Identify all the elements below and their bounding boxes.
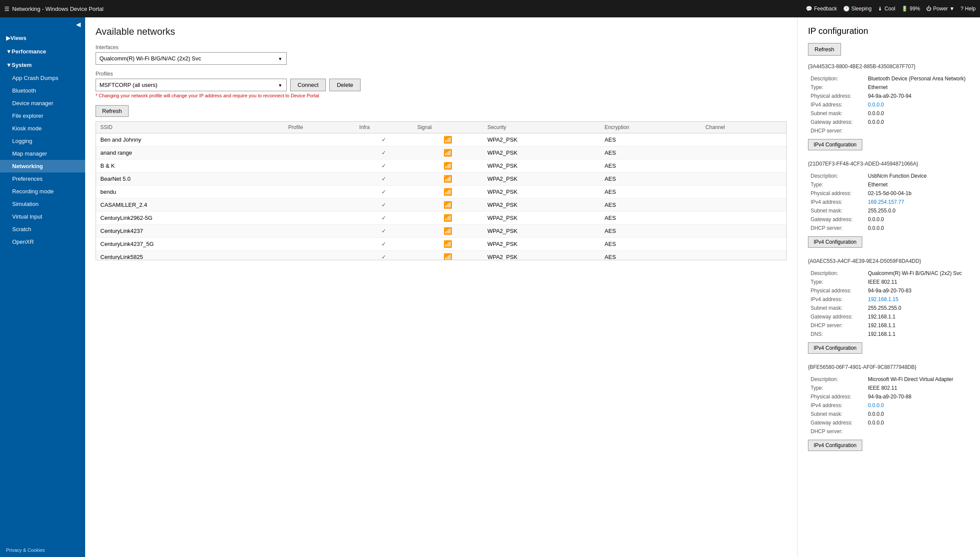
feedback-button[interactable]: 💬 Feedback: [806, 6, 837, 12]
adapter-field-value: 255.255.0.0: [866, 207, 969, 215]
adapter-field-label: Type:: [809, 181, 865, 189]
sidebar-item-preferences[interactable]: Preferences: [0, 172, 85, 185]
ip-refresh-button[interactable]: Refresh: [808, 43, 841, 56]
table-header-ssid: SSID: [96, 122, 284, 133]
adapter-field-label: Type:: [809, 83, 865, 91]
adapter-field-label: Physical address:: [809, 189, 865, 197]
adapter-field-value: 02-15-5d-00-04-1b: [866, 189, 969, 197]
table-header-profile: Profile: [284, 122, 355, 133]
adapter-field-label: Type:: [809, 384, 865, 392]
sidebar-item-performance[interactable]: ▼Performance: [0, 45, 85, 58]
feedback-icon: 💬: [806, 6, 812, 12]
sidebar-item-views[interactable]: ▶Views: [0, 31, 85, 45]
adapter-field-label: IPv4 address:: [809, 198, 865, 206]
adapter-field-label: Physical address:: [809, 92, 865, 100]
power-button[interactable]: ⏻ Power ▼: [926, 6, 954, 12]
ip-config-title: IP configuration: [808, 26, 970, 36]
sidebar-item-bluetooth[interactable]: Bluetooth: [0, 84, 85, 97]
center-panel: Available networks Interfaces Qualcomm(R…: [85, 17, 798, 557]
adapter-field-label: Gateway address:: [809, 216, 865, 223]
adapter-guid: {A0AEC553-A4CF-4E39-9E24-D5059F8DA4DD}: [808, 258, 970, 264]
adapter-field-value: IEEE 802.11: [866, 278, 969, 286]
adapter-field-value: [866, 127, 969, 135]
adapter-field-value[interactable]: 169.254.157.77: [866, 198, 969, 206]
sidebar-item-virtual-input[interactable]: Virtual Input: [0, 210, 85, 223]
help-button[interactable]: ? Help: [960, 6, 976, 12]
adapter-field-label: Description:: [809, 75, 865, 83]
table-row[interactable]: anand range✓📶WPA2_PSKAES: [96, 146, 786, 159]
sidebar-group-system[interactable]: ▼System: [0, 58, 85, 72]
adapter-field-label: Description:: [809, 375, 865, 383]
table-row[interactable]: CenturyLink5825✓📶WPA2_PSKAES: [96, 251, 786, 261]
profiles-dropdown[interactable]: MSFTCORP (all users): [96, 79, 287, 91]
warning-text: * Changing your network profile will cha…: [96, 93, 787, 98]
table-row[interactable]: BearNet 5.0✓📶WPA2_PSKAES: [96, 172, 786, 186]
adapter-field-value[interactable]: 192.168.1.15: [866, 295, 969, 303]
sidebar-item-app-crash-dumps[interactable]: App Crash Dumps: [0, 72, 85, 84]
adapter-field-label: Subnet mask:: [809, 207, 865, 215]
adapter-field-label: DNS:: [809, 330, 865, 338]
table-header-infra: Infra: [355, 122, 413, 133]
table-header-security: Security: [483, 122, 600, 133]
sidebar-item-openxr[interactable]: OpenXR: [0, 235, 85, 248]
adapter-field-value: Bluetooth Device (Personal Area Network): [866, 75, 969, 83]
adapter-field-value: 192.168.1.1: [866, 313, 969, 321]
interfaces-dropdown-wrapper: Qualcomm(R) Wi-Fi B/G/N/AC (2x2) Svc: [96, 52, 287, 65]
sidebar-item-logging[interactable]: Logging: [0, 135, 85, 147]
adapter-field-value: [866, 428, 969, 435]
adapter-field-value[interactable]: 0.0.0.0: [866, 101, 969, 109]
connect-button[interactable]: Connect: [290, 79, 326, 91]
adapter-field-value: 255.255.255.0: [866, 304, 969, 312]
performance-label: ▼Performance: [6, 48, 46, 55]
table-header-encryption: Encryption: [600, 122, 701, 133]
sidebar-item-networking[interactable]: Networking: [0, 160, 85, 172]
table-header-signal: Signal: [413, 122, 483, 133]
adapter-field-value: 0.0.0.0: [866, 109, 969, 117]
adapter-field-label: Type:: [809, 278, 865, 286]
sidebar-item-device-manager[interactable]: Device manager: [0, 97, 85, 109]
table-row[interactable]: bendu✓📶WPA2_PSKAES: [96, 186, 786, 199]
sidebar-item-kiosk-mode[interactable]: Kiosk mode: [0, 122, 85, 135]
table-row[interactable]: CenturyLink4237_5G✓📶WPA2_PSKAES: [96, 238, 786, 251]
adapter-guid: {BFE56580-06F7-4901-AF0F-9C88777948DB}: [808, 364, 970, 370]
adapter-field-label: Subnet mask:: [809, 410, 865, 418]
sidebar-collapse-button[interactable]: ◀: [0, 17, 85, 31]
ipv4-config-button[interactable]: IPv4 Configuration: [808, 139, 862, 150]
table-row[interactable]: CenturyLink4237✓📶WPA2_PSKAES: [96, 225, 786, 238]
table-row[interactable]: CenturyLink2962-5G✓📶WPA2_PSKAES: [96, 212, 786, 225]
power-icon: ⏻: [926, 6, 931, 12]
temp-icon: 🌡: [877, 6, 883, 12]
adapter-field-label: IPv4 address:: [809, 295, 865, 303]
adapter-field-value: 94-9a-a9-20-70-83: [866, 287, 969, 295]
adapter-field-label: Subnet mask:: [809, 304, 865, 312]
sleeping-status: 🕐 Sleeping: [843, 6, 872, 12]
topbar: ☰ Networking - Windows Device Portal 💬 F…: [0, 0, 980, 17]
adapter-field-value: 192.168.1.1: [866, 330, 969, 338]
ipv4-config-button[interactable]: IPv4 Configuration: [808, 440, 862, 451]
adapter-field-value: UsbNcm Function Device: [866, 172, 969, 180]
privacy-cookies-link[interactable]: Privacy & Cookies: [0, 543, 85, 557]
sidebar-item-scratch[interactable]: Scratch: [0, 223, 85, 235]
delete-button[interactable]: Delete: [329, 79, 361, 91]
adapter-field-value: Ethernet: [866, 181, 969, 189]
network-table: SSIDProfileInfraSignalSecurityEncryption…: [96, 122, 786, 260]
sidebar-item-recording-mode[interactable]: Recording mode: [0, 185, 85, 198]
ipv4-config-button[interactable]: IPv4 Configuration: [808, 342, 862, 354]
temperature-status: 🌡 Cool: [877, 6, 895, 12]
hamburger-icon[interactable]: ☰: [4, 6, 10, 12]
table-row[interactable]: Ben and Johnny✓📶WPA2_PSKAES: [96, 133, 786, 146]
interfaces-dropdown[interactable]: Qualcomm(R) Wi-Fi B/G/N/AC (2x2) Svc: [96, 52, 287, 65]
sidebar-item-map-manager[interactable]: Map manager: [0, 147, 85, 160]
adapter-field-value[interactable]: 0.0.0.0: [866, 401, 969, 409]
sidebar-item-file-explorer[interactable]: File explorer: [0, 109, 85, 122]
table-row[interactable]: CASAMILLER_2.4✓📶WPA2_PSKAES: [96, 199, 786, 212]
adapter-field-label: Physical address:: [809, 287, 865, 295]
network-table-container: SSIDProfileInfraSignalSecurityEncryption…: [96, 121, 787, 260]
page-title: Available networks: [96, 26, 787, 37]
table-row[interactable]: B & K✓📶WPA2_PSKAES: [96, 159, 786, 172]
ipv4-config-button[interactable]: IPv4 Configuration: [808, 236, 862, 248]
adapter-field-label: Gateway address:: [809, 313, 865, 321]
adapter-field-value: 0.0.0.0: [866, 410, 969, 418]
networks-refresh-button[interactable]: Refresh: [96, 105, 129, 117]
sidebar-item-simulation[interactable]: Simulation: [0, 198, 85, 210]
